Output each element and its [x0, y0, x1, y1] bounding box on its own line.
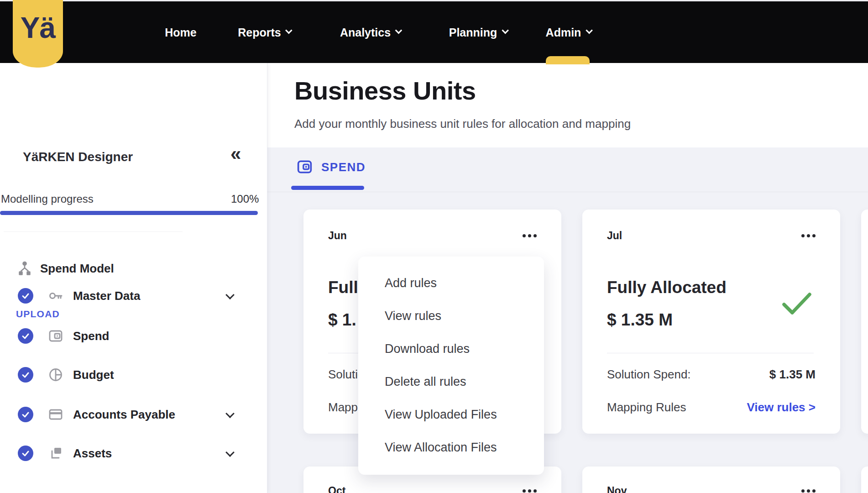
layers-icon [48, 446, 63, 461]
month-card-partial [861, 210, 868, 434]
month-card-jul: Jul Fully Allocated $ 1.35 M Solution Sp… [582, 210, 840, 434]
active-nav-indicator [546, 56, 590, 64]
card-icon [48, 407, 63, 422]
month-card-partial [861, 467, 868, 493]
menu-item-view-rules[interactable]: View rules [358, 299, 544, 332]
mapping-rules-label: Mapping Rules [607, 400, 686, 414]
modelling-progress-bar [0, 211, 258, 215]
card-context-menu: Add rules View rules Download rules Dele… [358, 257, 544, 475]
sidebar-item-assets-label: Assets [73, 446, 112, 461]
card-amount: $ 1.35 M [607, 310, 673, 330]
page-title: Business Units [294, 76, 476, 105]
sidebar-item-spend[interactable]: Spend [0, 328, 267, 356]
more-options-icon[interactable] [523, 234, 537, 237]
sidebar-item-assets[interactable]: Assets [0, 446, 267, 473]
menu-item-view-allocation-files[interactable]: View Allocation Files [358, 431, 544, 464]
success-check-icon [782, 292, 812, 315]
card-month-label: Oct [328, 485, 345, 493]
menu-item-add-rules[interactable]: Add rules [358, 267, 544, 299]
completed-check-icon [18, 367, 33, 383]
chevron-down-icon[interactable] [225, 409, 235, 418]
nav-item-reports[interactable]: Reports [238, 26, 291, 39]
sidebar-item-budget-label: Budget [73, 368, 114, 382]
sidebar-item-spend-model-label: Spend Model [40, 262, 114, 276]
sidebar-item-master-data[interactable]: Master Data [0, 288, 267, 315]
chevron-down-icon [395, 27, 403, 34]
card-divider [607, 353, 814, 353]
brand-logo[interactable]: Yä [13, 0, 63, 68]
sidebar-item-master-data-label: Master Data [73, 289, 140, 303]
brand-logo-text: Yä [21, 11, 55, 45]
sidebar: YäRKEN Designer « Modelling progress 100… [0, 63, 267, 493]
top-nav-bar: Home Reports Analytics Planning Admin [0, 0, 868, 63]
tab-spend[interactable]: SPEND [297, 160, 366, 174]
nav-item-analytics-label: Analytics [340, 26, 391, 39]
hierarchy-icon [16, 260, 33, 277]
nav-item-reports-label: Reports [238, 26, 281, 39]
month-card-nov: Nov [582, 467, 840, 493]
tabstrip-divider [267, 192, 868, 192]
nav-item-planning[interactable]: Planning [449, 26, 508, 39]
nav-item-home-label: Home [165, 26, 196, 39]
chevron-down-icon [285, 27, 293, 34]
more-options-icon[interactable] [801, 489, 816, 493]
chevron-down-icon[interactable] [225, 290, 235, 299]
chevron-down-icon [586, 27, 593, 34]
menu-item-download-rules[interactable]: Download rules [358, 332, 544, 365]
solution-spend-label: Solution Spend: [607, 367, 691, 382]
menu-item-view-uploaded-files[interactable]: View Uploaded Files [358, 398, 544, 431]
solution-spend-value: $ 1.35 M [769, 367, 816, 382]
pie-icon [48, 367, 63, 382]
page-subtitle: Add your monthly business unit rules for… [294, 117, 631, 131]
completed-check-icon [18, 288, 33, 304]
view-rules-link[interactable]: View rules > [747, 400, 816, 414]
menu-item-delete-all-rules[interactable]: Delete all rules [358, 365, 544, 398]
sidebar-item-accounts-payable-label: Accounts Payable [73, 408, 175, 422]
tab-spend-label: SPEND [321, 160, 366, 174]
sidebar-item-spend-model[interactable]: Spend Model [16, 260, 114, 277]
more-options-icon[interactable] [801, 234, 816, 237]
card-month-label: Jun [328, 230, 347, 242]
completed-check-icon [18, 328, 33, 344]
card-month-label: Jul [607, 230, 622, 242]
card-status: Fully Allocated [607, 278, 727, 297]
sidebar-item-budget[interactable]: Budget [0, 367, 267, 394]
active-tab-underline [291, 186, 364, 190]
nav-item-admin[interactable]: Admin [546, 26, 592, 39]
page-header: Business Units Add your monthly business… [267, 63, 868, 147]
chevron-down-icon [502, 27, 509, 34]
card-amount: $ 1. [328, 310, 356, 330]
wallet-icon [297, 160, 313, 174]
nav-item-analytics[interactable]: Analytics [340, 26, 401, 39]
modelling-progress-label: Modelling progress [1, 193, 94, 205]
more-options-icon[interactable] [523, 489, 537, 493]
nav-item-home[interactable]: Home [165, 26, 196, 39]
nav-item-admin-label: Admin [546, 26, 581, 39]
sidebar-item-accounts-payable[interactable]: Accounts Payable [0, 407, 267, 434]
sidebar-title: YäRKEN Designer [23, 150, 133, 164]
card-month-label: Nov [607, 485, 627, 493]
sidebar-divider [4, 231, 183, 232]
completed-check-icon [18, 407, 33, 422]
key-icon [48, 288, 63, 303]
nav-item-planning-label: Planning [449, 26, 497, 39]
sidebar-item-spend-label: Spend [73, 329, 109, 343]
wallet-icon [48, 329, 63, 343]
completed-check-icon [18, 446, 33, 461]
chevron-down-icon[interactable] [225, 448, 235, 457]
modelling-progress-value: 100% [231, 193, 259, 205]
sidebar-collapse-button[interactable]: « [230, 144, 241, 163]
